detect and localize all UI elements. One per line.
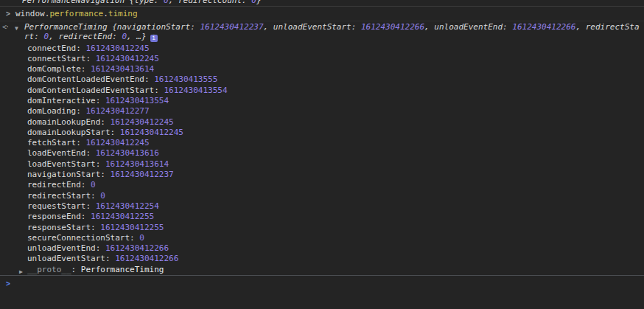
property-row: connectEnd: 1612430412245 [0,44,644,54]
code-token: , [49,32,58,41]
property-name: domLoading: [27,106,85,116]
property-row: secureConnectionStart: 0 [0,233,644,243]
code-token: . [103,9,108,18]
code-token: } [256,0,262,5]
property-row: navigationStart: 1612430412237 [0,170,644,180]
console-result-entry: <· ▼PerformanceTiming {navigationStart: … [0,21,644,275]
devtools-console: PerformanceNavigation {type: 0, redirect… [0,0,644,309]
property-value: 1612430413554 [105,96,169,105]
property-value: 0 [91,180,96,190]
code-token: redirectEnd: [58,32,122,41]
console-entry-clipped: PerformanceNavigation {type: 0, redirect… [0,0,644,7]
property-name: loadEventEnd: [27,148,96,158]
property-value: 1612430412254 [96,201,159,211]
property-value: 1612430412237 [111,170,174,179]
code-token: …} [136,32,146,41]
property-value: 1612430413554 [164,86,227,95]
console-prompt-row[interactable]: > [0,275,644,291]
property-name: loadEventStart: [27,159,105,169]
property-row: responseEnd: 1612430412255 [0,212,644,222]
code-token: , [127,32,136,41]
code-token: , [575,22,585,32]
property-name: responseEnd: [27,212,91,221]
console-input-field[interactable] [15,279,644,288]
property-row: responseStart: 1612430412255 [0,223,644,233]
code-token: navigationStart: [117,22,200,32]
property-name: __proto__ [27,265,71,274]
property-name: unloadEventEnd: [27,243,105,253]
property-name: redirectStart: [27,191,100,201]
console-input-echo: > window.performance.timing [0,7,644,21]
proto-expand-triangle-icon[interactable]: ▶ [19,267,23,277]
property-name: fetchStart: [27,138,85,147]
code-token: 0 [251,0,256,5]
property-row: loadEventEnd: 1612430413616 [0,148,644,159]
property-name: requestStart: [27,201,96,211]
code-token: 0 [164,0,169,5]
property-name: domContentLoadedEventEnd: [27,74,154,84]
code-token: PerformanceNavigation {type: [22,0,164,5]
property-row: loadEventStart: 1612430413614 [0,159,644,170]
property-row: domContentLoadedEventStart: 161243041355… [0,86,644,96]
property-value: 1612430412255 [91,212,154,221]
property-row: unloadEventStart: 1612430412266 [0,254,644,264]
property-value: 1612430413616 [96,148,159,158]
console-input-expression: window.performance.timing [15,9,138,18]
property-value: 1612430413614 [105,159,169,169]
code-token: 1612430412237 [200,22,263,32]
property-row: connectStart: 1612430412245 [0,54,644,64]
property-row: unloadEventEnd: 1612430412266 [0,243,644,254]
property-value: 1612430412245 [85,44,149,53]
property-name: domContentLoadedEventStart: [27,86,164,95]
clipped-log-preview: PerformanceNavigation {type: 0, redirect… [0,0,644,5]
code-token: { [108,22,117,32]
property-value: 1612430412277 [85,106,149,116]
property-row: redirectEnd: 0 [0,180,644,190]
property-value: 0 [139,233,144,243]
property-value: 0 [100,191,105,201]
property-name: redirectEnd: [27,180,91,190]
property-name: domInteractive: [27,96,105,105]
property-row: redirectStart: 0 [0,191,644,201]
property-name: secureConnectionStart: [27,233,139,243]
property-name: responseStart: [27,223,100,232]
property-row: domainLookupEnd: 1612430412245 [0,117,644,128]
property-name: navigationStart: [27,170,111,179]
property-name: domainLookupEnd: [27,117,111,127]
property-value: 1612430412245 [120,128,183,137]
property-value: 1612430413614 [91,64,154,74]
property-name: connectStart: [27,54,96,63]
code-token: PerformanceTiming [24,22,108,32]
property-name: connectEnd: [27,44,85,53]
property-row: requestStart: 1612430412254 [0,201,644,212]
code-token: , redirectCount: [169,0,252,5]
code-token: , [424,22,434,32]
property-value: 1612430412245 [96,54,159,63]
object-preview: <· ▼PerformanceTiming {navigationStart: … [0,23,644,42]
code-token: 1612430412266 [512,22,575,32]
proto-row: ▶__proto__: PerformanceTiming [0,265,644,275]
property-name: domComplete: [27,64,91,74]
object-preview-text: PerformanceTiming {navigationStart: 1612… [24,22,640,41]
colon-separator: : [71,265,81,274]
eval-result-arrow-icon: <· [2,23,8,32]
code-token: window [15,9,45,18]
property-row: domainLookupStart: 1612430412245 [0,128,644,138]
property-row: fetchStart: 1612430412245 [0,138,644,148]
code-token: timing [108,9,138,18]
property-value: 1612430412255 [100,223,164,232]
property-value: 1612430412266 [115,254,178,263]
property-name: domainLookupStart: [27,128,120,137]
evaluated-info-icon[interactable]: i [150,35,158,42]
property-value: PerformanceTiming [81,265,164,274]
code-token: unloadEventStart: [273,22,361,32]
expand-triangle-icon[interactable]: ▼ [15,24,18,34]
code-token: performance [49,9,103,18]
property-row: domLoading: 1612430412277 [0,106,644,117]
console-input-chevron-icon: > [6,9,15,18]
property-row: domInteractive: 1612430413554 [0,96,644,106]
property-row: domComplete: 1612430413614 [0,64,644,74]
property-value: 1612430413555 [154,74,217,84]
property-name: unloadEventStart: [27,254,115,263]
object-properties-list: connectEnd: 1612430412245connectStart: 1… [0,44,644,265]
